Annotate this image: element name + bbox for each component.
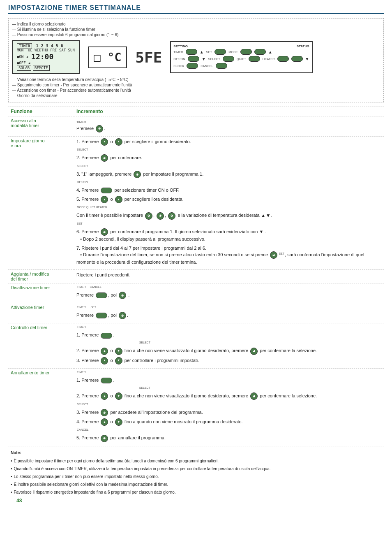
note-title: Note: [11,450,381,456]
step-7: 7. Ripetere i punti dal 4 al 7 per impos… [76,245,381,266]
func-accesso: Accesso allamodalità timer [8,116,74,137]
status-btn-2 [291,56,303,62]
table-row: Controllo del timer TIMER 1. Premere . S… [8,323,384,368]
solar-label: SOLAR [17,65,31,71]
note-item-4: È inoltre possibile selezionare giorni c… [11,481,381,488]
intro-left: Indica il giorno selezionato Si illumina… [12,22,380,99]
step-ann-1: TIMER 1. Premere . [76,370,381,384]
down-btn-ctrl3: ▼ [115,357,122,364]
panel-row-2: OFF/ON ▼ SELECT QUIET HEATER ▼ [173,56,309,62]
mode-ctrl-label: MODE [228,50,238,54]
anno-line-1: Indica il giorno selezionato [12,22,380,26]
panel-row-3: CLOCK CANCEL [173,63,309,69]
timer-btn-ctrl [101,333,112,339]
anno-bottom-3: Accensione con timer - Per accendere aut… [12,88,380,93]
status-btn-1 [254,49,266,55]
annotation-lines-top: Indica il giorno selezionato Si illumina… [12,22,380,37]
degrees-box: □ °C [88,46,127,68]
table-row: Disattivazione timer TIMER CANCEL Premer… [8,283,384,303]
arrow-up-status: ▲ [268,50,272,54]
cancel-btn-ann5: ◕ [101,435,108,442]
step-disattivazione: TIMER CANCEL Premere , poi ◕ . [76,285,381,299]
down-btn-1: ▼ [115,138,122,146]
note-item-3: Lo stesso programma per il timer non può… [11,473,381,480]
table-row: Accesso allamodalità timer TIMER Premere… [8,116,384,137]
select-ctrl-label: SELECT [208,57,220,61]
table-row: Attivazione timer TIMER SET Premere , po… [8,303,384,323]
step-mode: MODE QUIET HEATER Con il timer è possibi… [76,205,381,220]
page-number: 48 [16,498,392,504]
anno-bottom-4: Giorno da selezionare [12,93,380,98]
timer-btn-att [96,313,107,318]
inc-disattivazione: TIMER CANCEL Premere , poi ◕ . [74,283,384,303]
anno-line-3: Possono essere impostati 6 programmi al … [12,32,380,37]
select-btn-ann3: ◕ [101,409,108,416]
inc-controllo: TIMER 1. Premere . SELECT 2. Premere ▲ o… [74,323,384,368]
quiet-ctrl-label: QUIET [237,57,246,61]
control-panel: SETTING STATUS TIMER ▲ SET MODE ▲ OFF/ON [170,41,312,73]
set-btn [214,49,226,55]
arrow-up-1: ▲ [200,50,204,54]
func-attivazione: Attivazione timer [8,303,74,323]
lcd-on-off-row: ●ON ◄ 12:00 [17,52,75,61]
lcd-off: ●OFF ◄ [17,61,30,65]
select-btn-ann2: ◕ [250,392,258,400]
lcd-days: MON TUE WEDTHU FRI SAT SUN [17,48,75,52]
up-btn-ctrl2: ▲ [101,348,108,355]
anno-bottom-2: Spegnimento con timer - Per spegnere aut… [12,83,380,87]
step-3: SELECT 3. "1" lampeggerà, premere ◕ per … [76,164,381,178]
up-btn-1: ▲ [101,138,108,146]
lcd-time: 12:00 [31,52,53,61]
step-ctrl-3: 3. Premere ▲ o ▼ per controllare i progr… [76,357,381,364]
lcd-timer-label: TIMER 1 2 3 4 5 6 [17,44,75,48]
status-header: STATUS [297,44,309,48]
set-btn-7: ◕ [270,251,277,259]
down-btn-ann4: ▼ [115,418,122,426]
note-section: Note: È possibile impostare il timer per… [8,446,384,500]
temp-up-icon: ▲ [261,213,266,219]
heater-btn-inline: ◕ [168,212,175,220]
lcd-numbers: 1 2 3 4 5 6 [36,44,63,48]
lcd-on: ●ON ◄ [17,55,28,59]
annotation-lines-bottom: Variazione termica della temperatura del… [12,77,380,98]
step-ann-3: SELECT 3. Premere ◕ per accedere all'imp… [76,402,381,416]
select-btn-ctrl2: ◕ [250,348,258,355]
select-btn-2: ◕ [101,154,108,162]
set-btn-6: ◕ [101,228,108,236]
inc-impostare: 1. Premere ▲ o ▼ per scegliere il giorno… [74,136,384,269]
down-btn-5: ▼ [115,196,122,203]
panel-row-1: TIMER ▲ SET MODE ▲ [173,49,309,55]
step-accesso: TIMER Premere ◕. [76,118,381,132]
remote-label: REMOTE [33,65,50,71]
table-row: Annullamento timer TIMER 1. Premere . SE… [8,368,384,446]
cancel-btn [216,63,227,69]
func-disattivazione: Disattivazione timer [8,283,74,303]
step-aggiunta: Ripetere i punti precedenti. [76,272,381,278]
up-btn-ctrl3: ▲ [101,357,108,364]
temp-down-icon: ▼ [266,213,271,219]
set-btn-att: ◕ [119,312,126,319]
anno-line-2: Si illumina se si seleziona la funzione … [12,27,380,32]
mode-btn [240,49,252,55]
timer-btn-ann [101,378,112,383]
down-btn-ctrl2: ▼ [115,348,122,355]
offon-btn [188,56,199,62]
inc-accesso: TIMER Premere ◕. [74,116,384,137]
step-ann-2: SELECT 2. Premere ▲ o ▼ fino a che non v… [76,386,381,400]
table-row: Impostare giornoe ora 1. Premere ▲ o ▼ p… [8,136,384,269]
timer-btn [186,49,197,55]
step-ctrl-2: SELECT 2. Premere ▲ o ▼ fino a che non v… [76,341,381,355]
arrow-down-status: ▼ [305,57,309,61]
step-ann-5: CANCEL 5. Premere ◕ per annullare il pro… [76,428,381,442]
clock-btn [187,63,198,69]
up-btn-ann4: ▲ [101,418,108,426]
step-2: SELECT 2. Premere ◕ per confermare. [76,148,381,162]
col-func-header: Funzione [8,107,74,116]
inc-attivazione: TIMER SET Premere , poi ◕. [74,303,384,323]
inc-annullamento: TIMER 1. Premere . SELECT 2. Premere ▲ o… [74,368,384,446]
anno-bottom-1: Variazione termica della temperatura del… [12,77,380,82]
select-btn [223,56,234,62]
down-btn-ann2: ▼ [115,392,122,400]
step-attivazione: TIMER SET Premere , poi ◕. [76,305,381,319]
sfr-display: 5FE [135,49,162,66]
